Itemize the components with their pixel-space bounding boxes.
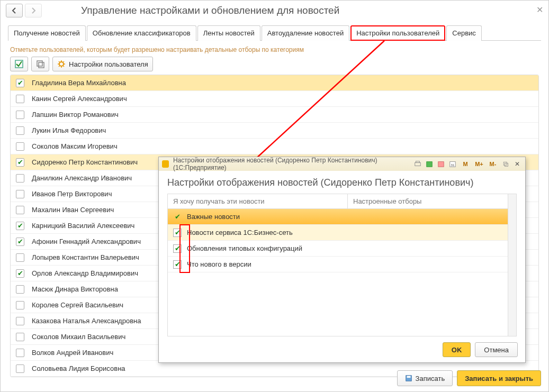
user-name: Масюк Динара Викторовна [32, 285, 118, 293]
save-icon [405, 375, 412, 382]
check-all-button[interactable] [10, 57, 28, 71]
user-checkbox[interactable] [16, 333, 24, 341]
svg-rect-14 [407, 376, 410, 378]
user-checkbox[interactable] [16, 206, 24, 214]
user-checkbox[interactable] [16, 349, 24, 357]
m-minus-button[interactable]: M- [487, 159, 499, 169]
tab-4[interactable]: Настройки пользователей [350, 25, 445, 41]
user-checkbox[interactable] [16, 253, 24, 262]
user-name: Канин Сергей Александрович [32, 95, 127, 103]
user-name: Волков Андрей Иванович [32, 349, 113, 357]
user-name: Соловьева Лидия Борисовна [32, 364, 125, 372]
user-checkbox[interactable] [16, 190, 24, 198]
dialog-scrollbar[interactable] [508, 194, 516, 336]
tab-1[interactable]: Обновление классификаторов [87, 25, 196, 41]
list-item[interactable]: Канин Сергей Александрович [11, 91, 538, 107]
user-checkbox[interactable] [16, 142, 24, 151]
dialog-col2-header: Настроенные отборы [348, 194, 516, 208]
tab-2[interactable]: Ленты новостей [197, 25, 260, 41]
dialog-titlebar-text: Настройки отображения новостей (Сидоренк… [173, 157, 413, 171]
restore-icon[interactable] [501, 159, 510, 169]
user-checkbox[interactable] [16, 317, 24, 325]
save-button[interactable]: Записать [397, 370, 453, 386]
m-plus-button[interactable]: M+ [473, 159, 485, 169]
user-name: Сидоренко Петр Константинович [32, 158, 138, 166]
user-checkbox[interactable] [16, 95, 24, 103]
user-checkbox[interactable] [16, 174, 24, 183]
dialog-titlebar: Настройки отображения новостей (Сидоренк… [159, 157, 525, 171]
user-name: Данилкин Александр Иванович [32, 174, 132, 182]
calendar-icon[interactable] [425, 159, 434, 169]
user-name: Гладилина Вера Михайловна [32, 79, 126, 87]
user-name: Махалин Иван Сергеевич [32, 206, 114, 214]
user-name: Лапшин Виктор Романович [32, 111, 119, 118]
user-name: Казакова Наталья Александровна [32, 317, 141, 325]
back-button[interactable] [6, 4, 23, 17]
dialog-heading: Настройки отображения новостей (Сидоренк… [159, 171, 525, 194]
close-icon[interactable]: ✕ [536, 5, 543, 15]
dialog-row-checkbox[interactable] [173, 229, 182, 237]
calendar2-icon[interactable] [436, 159, 446, 169]
user-name: Афонин Геннадий Александрович [32, 238, 141, 245]
svg-rect-7 [427, 162, 433, 167]
m-button[interactable]: M [460, 159, 471, 169]
user-name: Орлов Александр Владимирович [32, 269, 138, 277]
save-label: Записать [416, 375, 445, 382]
page-title: Управление настройками и обновлением для… [81, 5, 339, 16]
user-name: Королев Сергей Васильевич [32, 301, 123, 309]
dialog-row-checkbox[interactable] [173, 260, 182, 269]
list-item[interactable]: Лапшин Виктор Романович [11, 107, 538, 123]
svg-point-3 [59, 62, 64, 66]
svg-rect-2 [39, 62, 44, 68]
dialog-row-label: Важные новости [187, 213, 240, 221]
user-checkbox[interactable] [16, 285, 24, 294]
list-item[interactable]: Лукин Илья Федорович [11, 123, 538, 139]
svg-rect-8 [438, 162, 444, 167]
tabs: Получение новостейОбновление классификат… [8, 25, 541, 41]
user-checkbox[interactable] [16, 126, 24, 135]
svg-rect-11 [503, 162, 507, 165]
dialog-row[interactable]: Важные новости [168, 209, 516, 225]
dialog-row-checkbox[interactable] [173, 244, 182, 253]
tab-0[interactable]: Получение новостей [8, 25, 86, 41]
user-name: Лопырев Константин Валерьевич [32, 253, 139, 261]
print-icon[interactable] [413, 159, 422, 169]
dialog-cancel-button[interactable]: Отмена [475, 342, 518, 357]
user-name: Соколов Михаил Васильевич [32, 333, 125, 341]
dialog-row-checkbox[interactable] [173, 213, 182, 221]
user-checkbox[interactable] [16, 364, 24, 373]
svg-text:31: 31 [451, 163, 455, 167]
svg-rect-1 [37, 61, 42, 66]
dialog-close-icon[interactable]: ✕ [512, 159, 522, 169]
app-logo-icon [162, 160, 169, 168]
uncheck-all-button[interactable] [31, 57, 49, 71]
user-checkbox[interactable] [16, 269, 24, 278]
forward-button[interactable] [25, 4, 42, 17]
user-checkbox[interactable] [16, 301, 24, 309]
save-close-label: Записать и закрыть [465, 375, 533, 382]
dialog-row[interactable]: Обновления типовых конфигураций [168, 241, 516, 257]
user-name: Карницкий Василий Алексеевич [32, 222, 134, 230]
list-item[interactable]: Соколов Максим Игоревич [11, 139, 538, 154]
dialog-row-label: Что нового в версии [187, 260, 251, 268]
save-close-button[interactable]: Записать и закрыть [457, 370, 541, 386]
user-settings-button[interactable]: Настройки пользователя [52, 57, 153, 71]
list-item[interactable]: Гладилина Вера Михайловна [11, 75, 538, 91]
user-name: Соколов Максим Игоревич [32, 142, 118, 150]
tab-5[interactable]: Сервис [446, 25, 482, 41]
calendar31-icon[interactable]: 31 [448, 159, 457, 169]
user-checkbox[interactable] [16, 158, 24, 167]
svg-rect-6 [416, 161, 420, 163]
user-checkbox[interactable] [16, 111, 24, 119]
dialog-row-label: Обновления типовых конфигураций [187, 244, 302, 252]
tab-3[interactable]: Автоудаление новостей [262, 25, 349, 41]
dialog-col1-header: Я хочу получать эти новости [168, 194, 348, 208]
dialog-row-label: Новости сервиса 1С:Бизнес-сеть [187, 229, 293, 236]
dialog-row[interactable]: Что нового в версии [168, 257, 516, 272]
dialog-ok-button[interactable]: OK [443, 342, 471, 357]
user-checkbox[interactable] [16, 222, 24, 230]
dialog-row[interactable]: Новости сервиса 1С:Бизнес-сеть [168, 225, 516, 241]
user-checkbox[interactable] [16, 238, 24, 246]
news-settings-dialog: Настройки отображения новостей (Сидоренк… [158, 157, 526, 363]
user-checkbox[interactable] [16, 79, 24, 87]
